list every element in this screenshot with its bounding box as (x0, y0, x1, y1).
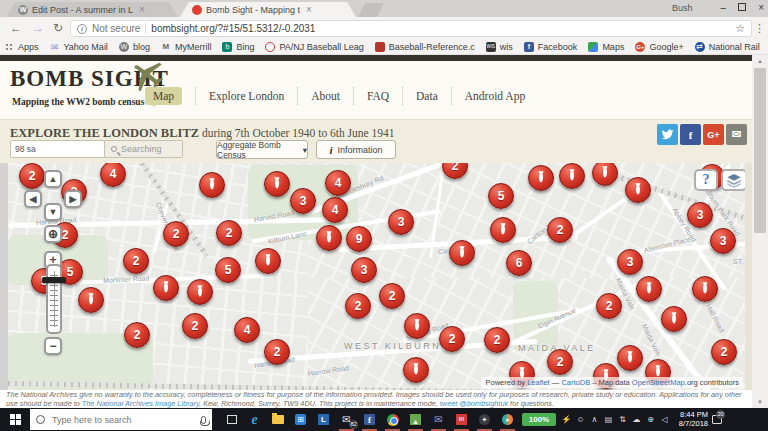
bookmark-baseball[interactable]: PA/NJ Baseball Leag (265, 42, 363, 52)
cloud-icon[interactable]: ☁ (631, 415, 642, 424)
mail-alt-icon[interactable]: ✉ (427, 408, 450, 431)
bomb-cluster-marker[interactable]: 2 (123, 248, 149, 274)
information-button[interactable]: i Information (316, 140, 396, 159)
pan-up-icon[interactable]: ▲ (44, 170, 62, 188)
attribution-link[interactable]: CartoDB (561, 378, 590, 387)
bookmark-gplus[interactable]: G+Google+ (635, 42, 683, 52)
bomb-marker[interactable] (264, 171, 290, 197)
zoom-slider-handle[interactable] (42, 277, 66, 283)
nav-item-explore-london[interactable]: Explore London (195, 87, 297, 105)
nav-item-data[interactable]: Data (402, 87, 451, 105)
bomb-cluster-marker[interactable]: 2 (19, 163, 45, 189)
nav-item-about[interactable]: About (297, 87, 353, 105)
bomb-marker[interactable] (490, 217, 516, 243)
action-center-button[interactable]: 20 (708, 408, 725, 431)
move-icon[interactable]: ⊕ (645, 415, 656, 424)
taskbar-clock[interactable]: 8:44 PM 8/7/2018 (674, 411, 708, 428)
pan-center-icon[interactable]: ⊕ (44, 225, 62, 243)
bomb-cluster-marker[interactable]: 2 (439, 326, 465, 352)
back-icon[interactable]: ← (10, 20, 22, 36)
bookmark-facebook[interactable]: fFacebook (524, 42, 578, 52)
footer-link[interactable]: The National Archives Image Library (82, 399, 199, 408)
taskbar-search[interactable] (30, 409, 212, 430)
disc-icon[interactable]: ✦ (473, 408, 496, 431)
file-explorer-icon[interactable] (266, 408, 289, 431)
bomb-marker[interactable] (316, 225, 342, 251)
zoom-slider[interactable] (46, 264, 62, 334)
facebook-icon[interactable]: f (358, 408, 381, 431)
photos-icon[interactable]: ▲ (404, 408, 427, 431)
bomb-marker[interactable] (625, 177, 651, 203)
bookmark-bing[interactable]: bBing (222, 42, 254, 52)
profile-name[interactable]: Bush (672, 3, 693, 13)
updown-icon[interactable]: ⇅ (617, 415, 628, 424)
bomb-cluster-marker[interactable]: 5 (488, 183, 514, 209)
scroll-up-icon[interactable]: ▲ (752, 55, 768, 67)
bomb-cluster-marker[interactable]: 2 (379, 283, 405, 309)
compass-icon[interactable]: ➤ (496, 408, 519, 431)
bomb-marker[interactable] (449, 240, 475, 266)
bomb-marker[interactable] (636, 276, 662, 302)
bomb-cluster-marker[interactable]: 9 (346, 226, 372, 252)
merrill-icon[interactable]: III (450, 408, 473, 431)
reload-icon[interactable]: ↻ (53, 20, 63, 36)
bomb-cluster-marker[interactable]: 2 (182, 313, 208, 339)
bomb-marker[interactable] (255, 248, 281, 274)
bomb-marker[interactable] (528, 165, 554, 191)
chevron-up-icon[interactable]: ∧ (589, 415, 600, 424)
microphone-icon[interactable] (201, 416, 206, 424)
nav-item-android-app[interactable]: Android App (451, 87, 538, 105)
tab-close-icon[interactable]: × (306, 4, 312, 15)
taskbar-search-input[interactable] (50, 414, 180, 426)
bomb-cluster-marker[interactable]: 2 (711, 339, 737, 365)
layers-control[interactable] (721, 169, 745, 191)
monitor-icon[interactable]: ▤ (603, 415, 614, 424)
start-button[interactable] (0, 408, 30, 431)
maximize-button-icon[interactable] (738, 3, 746, 13)
bomb-cluster-marker[interactable]: 3 (388, 209, 414, 235)
nav-item-map[interactable]: Map (145, 87, 182, 105)
bomb-marker[interactable] (661, 306, 687, 332)
scrollbar-thumb[interactable] (754, 68, 766, 233)
bomb-cluster-marker[interactable]: 4 (322, 197, 348, 223)
bomb-marker[interactable] (199, 172, 225, 198)
bomb-cluster-marker[interactable]: 5 (215, 257, 241, 283)
person-icon[interactable]: ☺ (575, 415, 586, 424)
bomb-cluster-marker[interactable]: 2 (216, 220, 242, 246)
pan-left-icon[interactable]: ◀ (24, 190, 42, 208)
browser-menu-icon[interactable]: ⋮ (754, 20, 765, 36)
mail-icon[interactable]: ✉82 (335, 408, 358, 431)
bomb-marker[interactable] (153, 275, 179, 301)
plug-icon[interactable]: ⚡ (561, 415, 572, 424)
bomb-cluster-marker[interactable]: 3 (351, 257, 377, 283)
attribution-link[interactable]: OpenStreetMap (632, 378, 685, 387)
bomb-marker[interactable] (559, 163, 585, 189)
bookmark-envelope[interactable]: ✉Yahoo Mail (50, 42, 108, 52)
bomb-cluster-marker[interactable]: 2 (264, 339, 290, 365)
browser-tab-wordpress[interactable]: W Edit Post - A summer in L × (6, 2, 178, 17)
tab-close-icon[interactable]: × (139, 4, 145, 15)
nav-item-faq[interactable]: FAQ (353, 87, 402, 105)
bomb-cluster-marker[interactable]: 3 (687, 202, 713, 228)
page-scrollbar[interactable]: ▲ ▼ (752, 55, 768, 408)
bookmark-apps-grid[interactable]: Apps (4, 42, 39, 52)
speaker-icon[interactable]: ◁ (659, 415, 670, 424)
email-icon[interactable]: ✉ (726, 124, 747, 145)
task-view-icon[interactable] (220, 408, 243, 431)
bomb-cluster-marker[interactable]: 2 (547, 349, 573, 375)
aggregate-bomb-census-dropdown[interactable]: Aggregate Bomb Census ▾ (216, 140, 308, 159)
bomb-cluster-marker[interactable]: 6 (506, 250, 532, 276)
bomb-cluster-marker[interactable]: 4 (325, 170, 351, 196)
bookmark-baseball-ref[interactable]: Baseball-Reference.c (375, 42, 475, 52)
bomb-marker[interactable] (617, 345, 643, 371)
bomb-cluster-marker[interactable]: 3 (290, 188, 316, 214)
scroll-down-icon[interactable]: ▼ (752, 396, 768, 408)
search-button[interactable]: Searching (105, 140, 183, 158)
bomb-cluster-marker[interactable]: 3 (617, 249, 643, 275)
forward-icon[interactable]: → (32, 20, 44, 36)
help-button[interactable]: ? (694, 169, 718, 191)
store-icon[interactable]: ⊞ (289, 408, 312, 431)
bomb-marker[interactable] (692, 276, 718, 302)
bomb-cluster-marker[interactable]: 2 (596, 293, 622, 319)
footer-link[interactable]: tweet @bombsightuk (440, 399, 508, 408)
